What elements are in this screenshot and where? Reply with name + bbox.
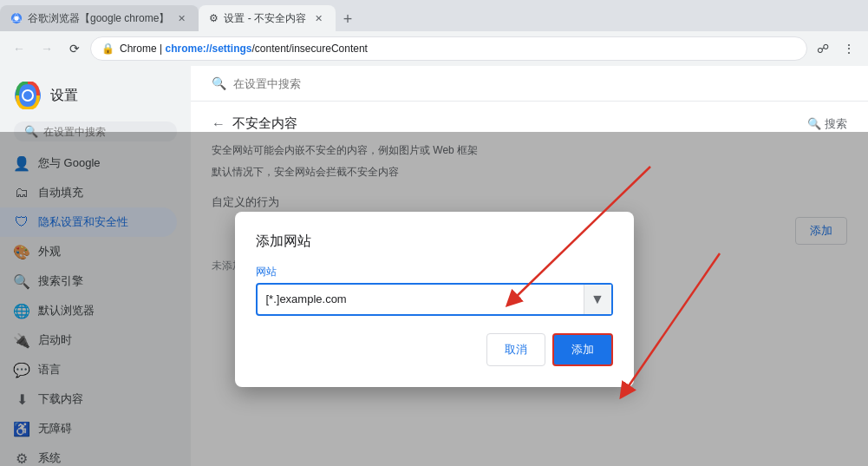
bookmark-button[interactable]: ☍ <box>811 36 835 61</box>
sidebar-header: 设置 <box>0 73 191 118</box>
svg-point-4 <box>23 91 32 100</box>
new-tab-button[interactable]: + <box>336 7 360 31</box>
dialog-field-label: 网站 <box>256 265 613 279</box>
dialog-overlay: 添加网站 网站 ▼ 取消 添加 <box>0 132 868 466</box>
search-right: 🔍 搜索 <box>807 116 847 132</box>
dialog-site-input[interactable] <box>258 286 584 312</box>
address-text: Chrome | chrome://settings/content/insec… <box>120 43 368 55</box>
address-bar-row: ← → ⟳ 🔒 Chrome | chrome://settings/conte… <box>0 31 868 66</box>
svg-point-1 <box>14 16 18 20</box>
section-title: 不安全内容 <box>232 115 297 132</box>
dialog-input-wrapper: ▼ <box>256 283 613 316</box>
dialog-actions: 取消 添加 <box>256 333 613 366</box>
back-button[interactable]: ← <box>7 36 31 61</box>
tab-google-chrome[interactable]: 谷歌浏览器【google chrome】 ✕ <box>0 5 199 31</box>
svg-line-6 <box>624 253 720 392</box>
dialog-input-clear-btn[interactable]: ▼ <box>584 285 611 314</box>
tab-bar: 谷歌浏览器【google chrome】 ✕ ⚙ 设置 - 不安全内容 ✕ + <box>0 0 868 31</box>
content-search-bar: 🔍 <box>191 66 868 102</box>
search-right-icon: 🔍 <box>807 117 821 130</box>
toolbar-actions: ☍ ⋮ <box>811 36 861 61</box>
more-button[interactable]: ⋮ <box>837 36 861 61</box>
page-breadcrumb: ← 不安全内容 🔍 搜索 <box>212 115 847 132</box>
tab-settings-label: 设置 - 不安全内容 <box>224 11 306 26</box>
content-search-icon: 🔍 <box>212 76 226 90</box>
sidebar-title: 设置 <box>50 87 78 105</box>
dialog-cancel-button[interactable]: 取消 <box>486 333 545 366</box>
tab-settings[interactable]: ⚙ 设置 - 不安全内容 ✕ <box>199 5 336 31</box>
tab-close-chrome[interactable]: ✕ <box>174 11 188 25</box>
search-right-label: 搜索 <box>825 116 847 132</box>
tab-google-chrome-label: 谷歌浏览器【google chrome】 <box>28 11 169 26</box>
dialog-confirm-button[interactable]: 添加 <box>552 333 613 366</box>
content-search-input[interactable] <box>233 77 407 90</box>
add-site-dialog: 添加网站 网站 ▼ 取消 添加 <box>235 212 634 387</box>
chrome-tab-icon <box>10 12 23 24</box>
dialog-title: 添加网站 <box>256 233 613 251</box>
refresh-button[interactable]: ⟳ <box>62 36 87 61</box>
tab-close-settings[interactable]: ✕ <box>311 11 325 25</box>
chrome-logo <box>14 82 42 109</box>
address-bar[interactable]: 🔒 Chrome | chrome://settings/content/ins… <box>90 36 807 61</box>
main-content: 设置 🔍 👤 您与 Google 🗂 自动填充 🛡 隐私设置和安全性 <box>0 66 868 466</box>
forward-button[interactable]: → <box>35 36 59 61</box>
breadcrumb-back-arrow[interactable]: ← <box>212 116 225 132</box>
settings-tab-icon: ⚙ <box>209 12 219 24</box>
lock-icon: 🔒 <box>101 43 114 55</box>
